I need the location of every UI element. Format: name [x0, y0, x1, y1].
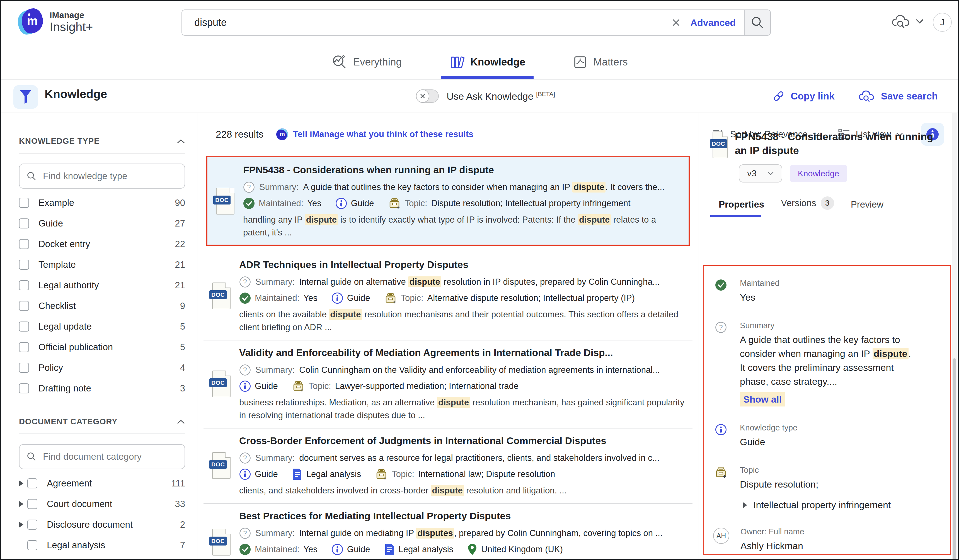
filter-item-legal-update[interactable]: Legal update5: [19, 316, 185, 337]
highlighted-term: disputes: [416, 528, 454, 539]
result-card[interactable]: DOCValidity and Enforceability of Mediat…: [204, 340, 693, 428]
filter-checkbox[interactable]: [19, 198, 29, 208]
result-card[interactable]: DOCADR Techniques in Intellectual Proper…: [204, 252, 693, 340]
filter-checkbox[interactable]: [19, 363, 29, 373]
tab-matters[interactable]: Matters: [573, 45, 628, 79]
filter-checkbox[interactable]: [27, 499, 37, 509]
find-document-category-input[interactable]: [43, 451, 178, 462]
filter-item-guide[interactable]: Guide27: [19, 213, 185, 234]
result-title[interactable]: Best Practices for Mediating Intellectua…: [239, 509, 685, 523]
advanced-search-link[interactable]: Advanced: [691, 17, 736, 28]
filter-checkbox[interactable]: [19, 321, 29, 331]
search-button[interactable]: [744, 10, 771, 36]
filter-item-disclosure-document[interactable]: Disclosure document2: [19, 514, 185, 535]
ask-knowledge-toggle[interactable]: [416, 89, 439, 103]
svg-text:?: ?: [243, 366, 247, 374]
meta-label: Maintained:: [259, 197, 303, 210]
doc-file-icon: DOC: [712, 132, 728, 158]
filter-checkbox[interactable]: [19, 260, 29, 270]
topic-sub-item[interactable]: Intellectual property infringement: [740, 500, 891, 511]
search-icon: [750, 15, 765, 30]
owner-avatar: AH: [713, 528, 729, 544]
expand-triangle-icon[interactable]: [19, 519, 27, 530]
filter-item-docket-entry[interactable]: Docket entry22: [19, 234, 185, 255]
filters-button[interactable]: [13, 85, 38, 109]
filter-item-template[interactable]: Template21: [19, 255, 185, 275]
filter-label: Legal authority: [38, 280, 99, 291]
filter-item-organizational-material[interactable]: Organizational material5: [19, 555, 185, 559]
filter-item-legal-authority[interactable]: Legal authority21: [19, 275, 185, 296]
result-card[interactable]: DOCCross-Border Enforcement of Judgments…: [204, 428, 693, 504]
filter-checkbox[interactable]: [27, 478, 37, 488]
result-summary-row: ?Summary:Colin Cunningham on the Validit…: [239, 363, 685, 377]
result-card[interactable]: DOCBest Practices for Mediating Intellec…: [204, 504, 693, 559]
result-excerpt: clients on the available dispute resolut…: [239, 308, 685, 334]
result-card-selected[interactable]: DOCFPN5438 - Considerations when running…: [206, 156, 690, 246]
tab-everything[interactable]: Everything: [331, 45, 402, 79]
expand-triangle-icon[interactable]: [743, 502, 747, 508]
tab-versions[interactable]: Versions3: [773, 196, 843, 217]
meta-topic: Topic:Lawyer-supported mediation; Intern…: [292, 379, 519, 393]
doc-file-icon: DOC: [212, 283, 231, 309]
document-details-panel: DOC FPN5438 - Considerations when runnin…: [699, 113, 958, 559]
chevron-down-icon[interactable]: [916, 19, 924, 24]
scrollbar-track[interactable]: [952, 113, 957, 559]
filter-checkbox[interactable]: [19, 280, 29, 290]
highlighted-term: dispute: [873, 348, 908, 360]
filter-item-official-publication[interactable]: Official publication5: [19, 337, 185, 358]
page-title: Knowledge: [45, 88, 107, 101]
result-title[interactable]: ADR Techniques in Intellectual Property …: [239, 258, 685, 271]
tab-properties[interactable]: Properties: [710, 199, 773, 217]
filter-checkbox[interactable]: [19, 342, 29, 352]
highlighted-term: dispute: [572, 181, 605, 192]
property-label: Knowledge type: [740, 422, 797, 433]
filter-item-drafting-note[interactable]: Drafting note3: [19, 378, 185, 399]
filter-count: 7: [180, 540, 185, 550]
filter-item-example[interactable]: Example90: [19, 192, 185, 213]
filter-item-checklist[interactable]: Checklist9: [19, 296, 185, 316]
tab-knowledge[interactable]: Knowledge: [449, 45, 525, 79]
meta-value: Guide: [351, 197, 374, 210]
details-title: FPN5438 - Considerations when running an…: [735, 130, 947, 158]
filter-item-policy[interactable]: Policy4: [19, 358, 185, 378]
result-excerpt: clients, and stakeholders involved in cr…: [239, 484, 685, 497]
copy-link-button[interactable]: Copy link: [772, 90, 835, 103]
meta-check: Maintained:Yes: [239, 291, 317, 305]
result-title[interactable]: Validity and Enforceability of Mediation…: [239, 346, 685, 360]
version-select[interactable]: v3: [739, 164, 782, 183]
toggle-off-x-icon: [419, 93, 426, 99]
clear-search-icon[interactable]: [671, 18, 681, 28]
search-field-box[interactable]: Advanced: [182, 10, 744, 36]
highlighted-term: dispute: [305, 214, 338, 225]
filter-checkbox[interactable]: [19, 383, 29, 393]
find-knowledge-type-input[interactable]: [43, 171, 178, 181]
filter-item-court-document[interactable]: Court document33: [19, 494, 185, 514]
expand-triangle-icon[interactable]: [19, 478, 27, 489]
collapse-chevron-icon[interactable]: [177, 139, 185, 144]
expand-triangle-icon[interactable]: [19, 499, 27, 509]
filter-checkbox[interactable]: [19, 239, 29, 249]
show-all-link[interactable]: Show all: [740, 392, 785, 406]
filter-item-agreement[interactable]: Agreement111: [19, 473, 185, 494]
find-document-category-box[interactable]: [19, 444, 185, 469]
property-value: Guide: [740, 435, 797, 449]
saved-searches-cloud-icon[interactable]: [891, 13, 911, 30]
save-search-button[interactable]: Save search: [858, 89, 938, 103]
result-title[interactable]: Cross-Border Enforcement of Judgments in…: [239, 434, 685, 447]
meta-value: Yes: [303, 543, 317, 556]
collapse-chevron-icon[interactable]: [177, 419, 185, 424]
filter-checkbox[interactable]: [27, 540, 37, 550]
filter-checkbox[interactable]: [27, 520, 37, 530]
find-knowledge-type-box[interactable]: [19, 164, 185, 189]
results-count: 228 results: [216, 129, 263, 140]
user-avatar[interactable]: J: [933, 13, 952, 32]
meta-value: Yes: [307, 197, 322, 210]
scrollbar-thumb[interactable]: [953, 358, 956, 560]
filter-item-legal-analysis[interactable]: Legal analysis7: [19, 535, 185, 555]
filter-checkbox[interactable]: [19, 301, 29, 311]
result-title[interactable]: FPN5438 - Considerations when running an…: [243, 163, 681, 177]
feedback-link[interactable]: m Tell iManage what you think of these r…: [276, 129, 473, 140]
filter-checkbox[interactable]: [19, 218, 29, 229]
search-input[interactable]: [194, 17, 671, 29]
tab-preview[interactable]: Preview: [843, 199, 892, 217]
